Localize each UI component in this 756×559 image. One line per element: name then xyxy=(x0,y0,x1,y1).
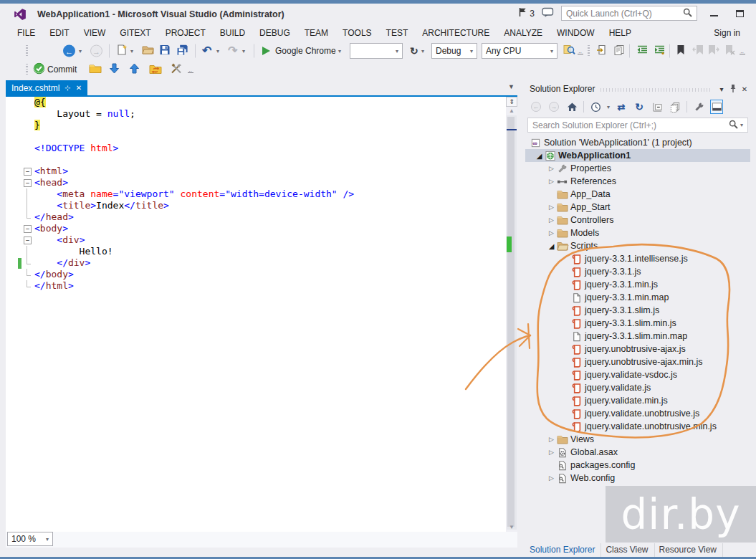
indent-increase-button[interactable] xyxy=(654,45,666,57)
redo-button[interactable]: ↷ xyxy=(228,45,237,57)
notifications-button[interactable]: 3 xyxy=(518,7,535,19)
tree-expander-icon[interactable]: ▷ xyxy=(546,216,557,224)
toolbar-drag-handle[interactable] xyxy=(26,64,28,75)
tool-tab-solution-explorer[interactable]: Solution Explorer xyxy=(525,543,601,557)
close-tab-icon[interactable]: ✕ xyxy=(76,84,82,92)
tree-expander-icon[interactable]: ▷ xyxy=(546,436,557,443)
goto-definition-button[interactable] xyxy=(596,44,608,57)
tree-expander-icon[interactable]: ▷ xyxy=(546,449,557,456)
se-refresh-button[interactable]: ↻ xyxy=(633,100,646,114)
menu-edit[interactable]: EDIT xyxy=(42,25,76,41)
se-back-button[interactable]: ← xyxy=(530,100,542,114)
browse-repository-button[interactable] xyxy=(89,63,102,76)
run-target-label[interactable]: Google Chrome xyxy=(275,46,336,56)
tree-item-jquery-3-3-1-js[interactable]: jquery-3.3.1.js xyxy=(525,265,750,278)
navigate-forward-button[interactable]: → xyxy=(90,45,102,57)
menu-gitext[interactable]: GITEXT xyxy=(113,25,158,41)
menu-view[interactable]: VIEW xyxy=(77,25,113,41)
tree-item-jquery-3-3-1-min-js[interactable]: jquery-3.3.1.min.js xyxy=(525,278,750,291)
quick-launch-input[interactable]: Quick Launch (Ctrl+Q) xyxy=(561,6,697,21)
splitter-handle-icon[interactable]: ⇕ xyxy=(506,97,517,107)
tree-item-jquery-3-3-1-slim-min-map[interactable]: jquery-3.3.1.slim.min.map xyxy=(525,330,750,343)
find-in-files-button[interactable] xyxy=(563,44,576,58)
git-sync-button[interactable] xyxy=(149,63,162,77)
close-panel-icon[interactable]: ✕ xyxy=(739,85,750,93)
fold-collapse-box[interactable] xyxy=(21,177,34,188)
fold-collapse-box[interactable] xyxy=(21,223,34,234)
refresh-button[interactable]: ↻ xyxy=(410,46,418,56)
tree-item-jquery-3-3-1-min-map[interactable]: jquery-3.3.1.min.map xyxy=(525,291,750,304)
sign-in-link[interactable]: Sign in xyxy=(714,28,740,38)
se-home-button[interactable] xyxy=(565,100,578,114)
run-options-combobox[interactable]: ▾ xyxy=(350,43,403,59)
scroll-up-arrow[interactable]: ▲ xyxy=(506,107,517,115)
tree-item-jquery-validate-unobtrusive-min-js[interactable]: jquery.validate.unobtrusive.min.js xyxy=(525,420,750,433)
tree-item-properties[interactable]: ▷Properties xyxy=(525,162,750,175)
menu-analyze[interactable]: ANALYZE xyxy=(497,25,550,41)
navigate-backward-dropdown[interactable]: ▾ xyxy=(79,48,82,54)
peek-definition-button[interactable] xyxy=(613,44,625,57)
tree-item-jquery-3-3-1-intellisense-js[interactable]: jquery-3.3.1.intellisense.js xyxy=(525,252,750,265)
toolbar-overflow-button[interactable]: ‥ xyxy=(188,66,193,73)
git-push-button[interactable] xyxy=(129,63,140,77)
fold-collapse-box[interactable] xyxy=(21,234,34,246)
tree-item-controllers[interactable]: ▷Controllers xyxy=(525,214,750,226)
editor-vertical-scrollbar[interactable]: ⇕ ▲ ▼ xyxy=(506,97,517,532)
se-filter-dropdown[interactable]: ▾ xyxy=(607,104,610,110)
menu-project[interactable]: PROJECT xyxy=(158,25,213,41)
tree-item-jquery-validate-unobtrusive-js[interactable]: jquery.validate.unobtrusive.js xyxy=(525,407,750,420)
git-settings-button[interactable] xyxy=(171,63,183,77)
tree-item-app-start[interactable]: ▷App_Start xyxy=(525,201,750,214)
platform-combobox[interactable]: Any CPU▾ xyxy=(482,43,558,59)
tree-item-global-asax[interactable]: ▷Global.asax xyxy=(525,446,750,459)
menu-debug[interactable]: DEBUG xyxy=(252,25,297,41)
start-debugging-icon[interactable] xyxy=(262,47,270,55)
tree-item-packages-config[interactable]: packages.config xyxy=(525,459,750,472)
tree-item-web-config[interactable]: ▷Web.config xyxy=(525,472,750,484)
toolbar-overflow-button[interactable]: ‥ xyxy=(740,47,745,54)
tree-item-jquery-unobtrusive-ajax-min-js[interactable]: jquery.unobtrusive-ajax.min.js xyxy=(525,355,750,368)
toolbar-drag-handle[interactable] xyxy=(26,45,28,57)
redo-dropdown[interactable]: ▾ xyxy=(242,48,245,54)
tab-index-cshtml[interactable]: Index.cshtml ⊹ ✕ xyxy=(6,80,87,95)
configuration-combobox[interactable]: Debug▾ xyxy=(431,43,477,59)
tree-item-models[interactable]: ▷Models xyxy=(525,226,750,239)
minimize-button[interactable] xyxy=(704,7,723,20)
search-options-dropdown[interactable]: ▾ xyxy=(740,122,743,128)
title-bar[interactable]: WebApplication1 - Microsoft Visual Studi… xyxy=(0,4,756,24)
se-preview-selected-items-toggle[interactable] xyxy=(710,100,723,114)
code-editor[interactable]: @{ Layout = null;}<!DOCTYPE html><html><… xyxy=(6,97,506,532)
tree-item-scripts[interactable]: ◢Scripts xyxy=(525,239,750,252)
new-file-dropdown[interactable]: ▾ xyxy=(130,48,133,54)
scrollbar-thumb[interactable] xyxy=(507,117,515,527)
se-pending-changes-filter-button[interactable] xyxy=(589,100,602,114)
scroll-down-arrow[interactable]: ▼ xyxy=(506,523,517,532)
toolbar-overflow-button[interactable]: ‥ xyxy=(578,47,583,54)
se-properties-button[interactable] xyxy=(692,100,705,114)
undo-button[interactable]: ↶ xyxy=(202,45,211,57)
menu-architecture[interactable]: ARCHITECTURE xyxy=(415,25,497,41)
tree-item-jquery-3-3-1-slim-min-js[interactable]: jquery-3.3.1.slim.min.js xyxy=(525,317,750,330)
prev-bookmark-button[interactable] xyxy=(692,44,704,57)
open-file-button[interactable] xyxy=(142,44,155,57)
fold-collapse-box[interactable] xyxy=(21,166,34,177)
tree-item-app-data[interactable]: App_Data xyxy=(525,188,750,201)
git-pull-button[interactable] xyxy=(109,63,120,77)
save-button[interactable] xyxy=(159,44,171,58)
tree-item-jquery-validate-vsdoc-js[interactable]: jquery.validate-vsdoc.js xyxy=(525,368,750,381)
next-bookmark-button[interactable] xyxy=(708,44,719,57)
se-show-all-files-button[interactable] xyxy=(669,100,681,114)
tree-expander-icon[interactable]: ▷ xyxy=(546,474,557,482)
menu-help[interactable]: HELP xyxy=(602,25,638,41)
tree-item-solution-webapplication1-1-project-[interactable]: ∞Solution 'WebApplication1' (1 project) xyxy=(525,136,750,149)
tree-item-webapplication1[interactable]: ◢WebApplication1 xyxy=(525,149,750,162)
tree-expander-icon[interactable]: ◢ xyxy=(534,152,545,160)
tree-item-jquery-validate-min-js[interactable]: jquery.validate.min.js xyxy=(525,394,750,407)
se-collapse-all-button[interactable] xyxy=(651,100,664,114)
undo-dropdown[interactable]: ▾ xyxy=(216,48,219,54)
maximize-button[interactable] xyxy=(730,7,749,20)
toolbar-drag-handle[interactable] xyxy=(588,45,590,57)
tree-expander-icon[interactable]: ◢ xyxy=(546,242,557,250)
solution-explorer-search-input[interactable]: Search Solution Explorer (Ctrl+;) ▾ xyxy=(527,118,748,133)
commit-button[interactable]: Commit xyxy=(47,64,77,75)
